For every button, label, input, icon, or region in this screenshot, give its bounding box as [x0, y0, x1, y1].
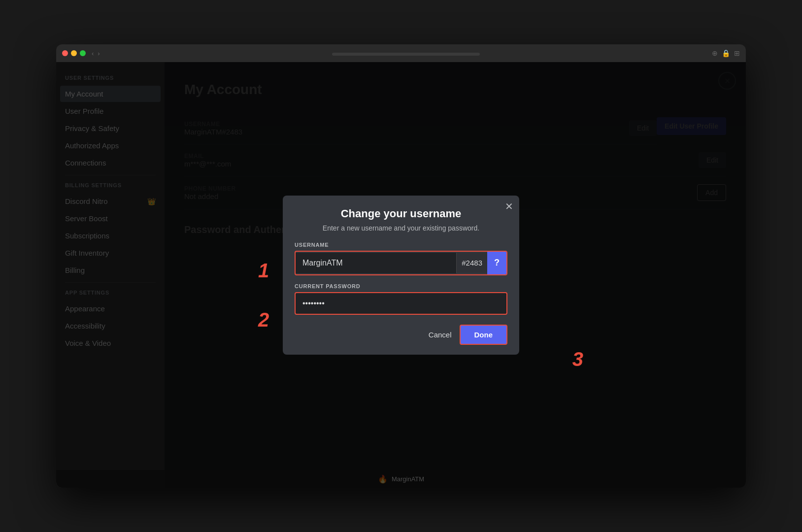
step-2-annotation: 2 [258, 309, 269, 331]
step-1-annotation: 1 [258, 260, 269, 282]
done-button[interactable]: Done [460, 325, 508, 345]
minimize-dot[interactable] [71, 50, 77, 56]
username-input-row: #2483 ? [295, 251, 507, 275]
modal-overlay: 1 2 3 ✕ Change your username Enter a new… [56, 62, 746, 488]
modal-close-button[interactable]: ✕ [505, 201, 513, 211]
back-button[interactable]: ‹ [92, 50, 94, 57]
password-field-label: CURRENT PASSWORD [295, 283, 507, 289]
titlebar-icon3: ⊞ [734, 49, 740, 57]
titlebar-icon2: 🔒 [722, 49, 730, 57]
step-3-annotation: 3 [572, 348, 583, 370]
mac-window: ‹ › ⊕ 🔒 ⊞ USER SETTINGS My Account User … [56, 44, 746, 488]
username-text-input[interactable] [296, 253, 456, 273]
modal-actions: Cancel Done [295, 325, 507, 345]
change-username-modal: 1 2 3 ✕ Change your username Enter a new… [283, 196, 519, 355]
modal-title: Change your username [295, 207, 507, 220]
cancel-button[interactable]: Cancel [429, 331, 452, 339]
window-controls [62, 50, 86, 56]
username-help-button[interactable]: ? [487, 252, 506, 274]
titlebar-right: ⊕ 🔒 ⊞ [712, 49, 740, 57]
username-field-label: USERNAME [295, 242, 507, 248]
username-discriminator: #2483 [456, 253, 487, 273]
titlebar: ‹ › ⊕ 🔒 ⊞ [56, 44, 746, 62]
url-bar-container [139, 49, 672, 58]
url-bar[interactable] [332, 53, 480, 56]
forward-button[interactable]: › [98, 50, 100, 57]
maximize-dot[interactable] [80, 50, 86, 56]
browser-nav: ‹ › [92, 50, 100, 57]
current-password-input[interactable] [295, 292, 507, 315]
modal-subtitle: Enter a new username and your existing p… [295, 224, 507, 232]
discord-app: USER SETTINGS My Account User Profile Pr… [56, 62, 746, 488]
close-dot[interactable] [62, 50, 68, 56]
titlebar-icon1: ⊕ [712, 49, 718, 57]
